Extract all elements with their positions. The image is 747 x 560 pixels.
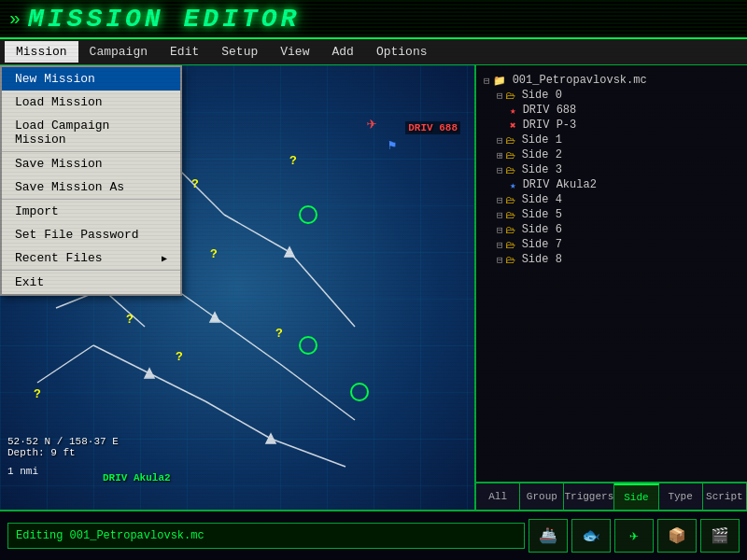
tree-icon: ⊟🗁 xyxy=(497,239,518,251)
right-panel: ⊟📁001_Petropavlovsk.mc⊟🗁Side 0★DRIV 688✖… xyxy=(476,65,747,510)
tree-item-label: DRIV P-3 xyxy=(523,119,577,132)
tree-item-label: Side 3 xyxy=(522,163,562,176)
tab-triggers[interactable]: Triggers xyxy=(564,483,614,510)
tab-label: Side xyxy=(624,492,648,503)
status-bar: Editing 001_Petropavlovsk.mc xyxy=(7,523,525,549)
tree-icon: ✖ xyxy=(510,119,519,132)
svg-marker-19 xyxy=(285,247,294,257)
tree-item-label: 001_Petropavlovsk.mc xyxy=(513,74,647,87)
tree-item-label: Side 4 xyxy=(522,193,562,206)
svg-line-11 xyxy=(93,345,149,373)
unit-driv688-label: DRIV 688 xyxy=(405,121,460,134)
svg-line-13 xyxy=(205,401,271,439)
tab-label: Group xyxy=(527,491,557,502)
tree-icon: ★ xyxy=(510,105,519,117)
waypoint-qmark: ? xyxy=(210,247,218,261)
tab-label: Triggers xyxy=(564,491,613,502)
tree-icon: ⊟🗁 xyxy=(497,224,518,236)
tree-icon: ⊟📁 xyxy=(484,75,509,87)
svg-line-14 xyxy=(271,439,345,467)
svg-line-9 xyxy=(280,364,355,420)
menu-item-campaign[interactable]: Campaign xyxy=(78,41,159,63)
tree-icon: ⊟🗁 xyxy=(497,164,518,176)
dropdown-item-load-mission[interactable]: Load Mission xyxy=(2,91,180,114)
tree-item[interactable]: ✖DRIV P-3 xyxy=(484,118,740,133)
tree-item[interactable]: ⊟🗁Side 6 xyxy=(484,222,740,237)
svg-line-3 xyxy=(224,215,289,252)
mission-tree[interactable]: ⊟📁001_Petropavlovsk.mc⊟🗁Side 0★DRIV 688✖… xyxy=(476,65,747,482)
map-scale: 1 nmi xyxy=(7,466,38,477)
tab-all[interactable]: All xyxy=(476,483,520,510)
tree-item[interactable]: ★DRIV Akula2 xyxy=(484,177,740,192)
dropdown-item-set-file-password[interactable]: Set File Password xyxy=(2,223,180,246)
tab-label: All xyxy=(488,491,507,502)
dropdown-item-load-campaign-mission[interactable]: Load Campaign Mission xyxy=(2,114,180,151)
waypoint-qmark: ? xyxy=(176,350,183,364)
tree-item[interactable]: ⊟📁001_Petropavlovsk.mc xyxy=(484,73,740,88)
dropdown-menu: New MissionLoad MissionLoad Campaign Mis… xyxy=(0,65,182,296)
tab-bar: AllGroupTriggersSideTypeScript xyxy=(476,482,747,510)
tree-icon: ⊟🗁 xyxy=(497,209,518,221)
svg-text:⚑: ⚑ xyxy=(388,138,396,153)
tree-item-label: Side 1 xyxy=(522,133,562,147)
tree-icon: ⊞🗁 xyxy=(497,149,518,161)
tree-item[interactable]: ⊟🗁Side 4 xyxy=(484,192,740,207)
dropdown-item-recent-files[interactable]: Recent Files▶ xyxy=(2,246,180,270)
tree-item-label: DRIV Akula2 xyxy=(523,178,597,191)
target-circle xyxy=(299,205,317,224)
tree-item-label: Side 8 xyxy=(522,253,562,266)
tree-icon: ⊟🗁 xyxy=(497,134,518,147)
waypoint-qmark: ? xyxy=(289,154,297,168)
tree-icon: ⊟🗁 xyxy=(497,90,518,102)
tree-item[interactable]: ★DRIV 688 xyxy=(484,103,740,118)
tree-item[interactable]: ⊟🗁Side 7 xyxy=(484,237,740,252)
toolbar-btn-box[interactable]: 📦 xyxy=(657,519,697,553)
target-circle xyxy=(350,383,369,401)
tree-item[interactable]: ⊟🗁Side 0 xyxy=(484,88,740,103)
dropdown-item-save-mission-as[interactable]: Save Mission As xyxy=(2,175,180,199)
title-arrows-icon: » xyxy=(9,8,21,30)
dropdown-item-import[interactable]: Import xyxy=(2,199,180,223)
tab-label: Script xyxy=(706,491,743,502)
submenu-arrow-icon: ▶ xyxy=(162,253,167,264)
tree-item-label: Side 0 xyxy=(522,89,562,102)
dropdown-item-new-mission[interactable]: New Mission xyxy=(2,67,180,91)
tree-icon: ⊟🗁 xyxy=(497,194,518,206)
toolbar-btn-plane[interactable]: ✈ xyxy=(614,519,654,553)
app-title: MISSION EDITOR xyxy=(28,5,300,34)
tree-item[interactable]: ⊞🗁Side 2 xyxy=(484,147,740,162)
menu-item-mission[interactable]: Mission xyxy=(5,41,78,63)
menu-item-options[interactable]: Options xyxy=(365,41,439,63)
unit-akula-label: DRIV Akula2 xyxy=(103,472,171,483)
menu-item-view[interactable]: View xyxy=(269,41,320,63)
tab-side[interactable]: Side xyxy=(614,483,658,510)
tree-item[interactable]: ⊟🗁Side 1 xyxy=(484,133,740,147)
tab-script[interactable]: Script xyxy=(703,483,747,510)
tree-item-label: Side 6 xyxy=(522,223,562,236)
dropdown-item-save-mission[interactable]: Save Mission xyxy=(2,151,180,175)
tree-item-label: DRIV 688 xyxy=(523,104,577,117)
toolbar-btn-camera[interactable]: 🎬 xyxy=(700,519,740,553)
menu-item-add[interactable]: Add xyxy=(320,41,364,63)
toolbar-btn-ship[interactable]: 🚢 xyxy=(529,519,568,553)
target-circle xyxy=(299,336,317,355)
tree-item-label: Side 7 xyxy=(522,238,562,251)
svg-line-12 xyxy=(149,373,205,401)
tree-icon: ⊟🗁 xyxy=(497,254,518,266)
waypoint-qmark: ? xyxy=(126,313,134,327)
menu-item-edit[interactable]: Edit xyxy=(159,41,210,63)
tab-group[interactable]: Group xyxy=(520,483,564,510)
tree-item[interactable]: ⊟🗁Side 5 xyxy=(484,207,740,222)
map-coordinates: 52·52 N / 158·37 E Depth: 9 ft xyxy=(7,436,119,458)
tree-item[interactable]: ⊟🗁Side 8 xyxy=(484,252,740,267)
tree-item[interactable]: ⊟🗁Side 3 xyxy=(484,162,740,177)
tree-icon: ★ xyxy=(510,179,519,191)
menu-bar: MissionCampaignEditSetupViewAddOptions xyxy=(0,39,747,65)
toolbar-btn-sub[interactable]: 🐟 xyxy=(571,519,611,553)
dropdown-item-exit[interactable]: Exit xyxy=(2,270,180,294)
menu-item-setup[interactable]: Setup xyxy=(210,41,269,63)
tab-type[interactable]: Type xyxy=(659,483,703,510)
tree-item-label: Side 5 xyxy=(522,208,562,221)
tree-item-label: Side 2 xyxy=(522,148,562,161)
svg-line-10 xyxy=(37,345,93,383)
